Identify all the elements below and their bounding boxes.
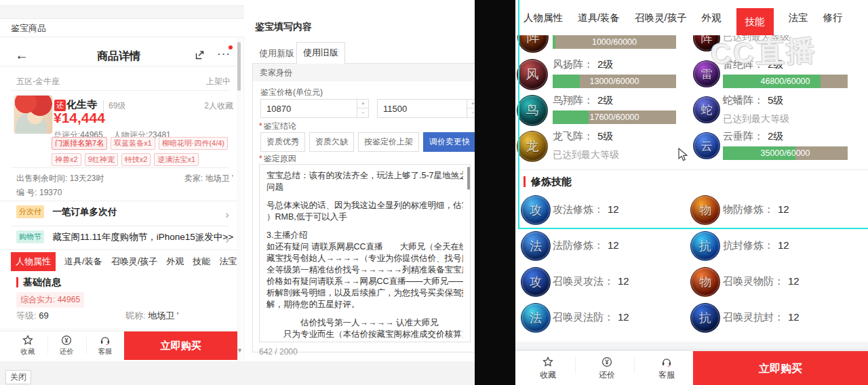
spinner-up-icon[interactable]: + xyxy=(357,100,369,108)
price-high-input[interactable]: 11500 + - xyxy=(377,99,475,118)
max-level-text: 已达到最大等级 xyxy=(553,149,619,161)
installment-tag: 分次付 xyxy=(16,205,44,218)
scrollbar-thumb[interactable] xyxy=(237,42,241,91)
skill-label: 雷绝阵：2级 xyxy=(723,58,783,71)
reason-textarea[interactable]: 宝宝总结：该有的攻法齐全，玩法上够了.5-7星地煞之类的，宝宝没啥问题号总体来说… xyxy=(259,164,471,342)
star-icon xyxy=(13,334,43,346)
right-tab-道具/装备[interactable]: 道具/装备 xyxy=(578,12,620,24)
divider xyxy=(47,338,48,354)
textarea-scrollbar-thumb[interactable] xyxy=(467,167,470,190)
action-还价[interactable]: 还价 xyxy=(52,334,81,357)
skill-level: 12 xyxy=(788,275,800,287)
action-还价[interactable]: 还价 xyxy=(589,356,625,381)
chevron-right-icon: › xyxy=(225,208,229,222)
conclusion-option-资质欠缺[interactable]: 资质欠缺 xyxy=(309,132,354,152)
reason-line: 析解剖账号明细，以及后续推广，为您找号买卖保驾护航)边直播边讲 xyxy=(267,287,463,299)
field-value: 地场卫 ' xyxy=(148,310,178,321)
divider xyxy=(0,201,237,201)
action-客服[interactable]: 客服 xyxy=(90,334,120,357)
footer-gap xyxy=(515,342,868,350)
reason-line: ）RMB,低于可以入手 xyxy=(267,211,463,223)
skill-name: 龙飞阵： xyxy=(553,130,593,142)
right-tab-修行[interactable]: 修行 xyxy=(823,12,843,24)
chevron-right-icon: › xyxy=(225,233,229,247)
reason-line: 3.主播介绍 xyxy=(267,230,463,241)
right-tab-外观[interactable]: 外观 xyxy=(702,12,722,24)
skill-name: 召唤灵法防： xyxy=(553,311,614,323)
spinner-down-icon[interactable]: - xyxy=(467,108,475,117)
skill-level: 12 xyxy=(788,311,800,323)
conclusion-option-调价卖更快[interactable]: 调价卖更快 xyxy=(423,132,475,152)
close-button[interactable]: 关闭 xyxy=(5,370,31,384)
right-window: 阵1000/60000阵已达到最大等级风风扬阵：2级13000/60000雷雷绝… xyxy=(515,0,868,385)
reason-line: 号总体来说的话、因为我这边全显列的标准明细，估算价值（10870 xyxy=(267,200,463,211)
left-tab-人物属性[interactable]: 人物属性 xyxy=(11,252,56,271)
right-tab-技能[interactable]: 技能 xyxy=(736,8,774,35)
left-badges: 门派排名第7名双蓝装备x1柳暗花明·四件(4/4)神兽x29红神宠特技x2逆满法… xyxy=(52,137,236,169)
reason-line: 估价找号第一人→→→→ 认准大师兄 xyxy=(267,317,463,329)
char-counter: 642 / 2000 xyxy=(259,347,298,357)
skill-label: 攻法修炼：12 xyxy=(553,203,619,216)
skill-name: 法防修炼： xyxy=(553,239,604,251)
spinner: + - xyxy=(357,100,368,117)
spinner-down-icon[interactable]: - xyxy=(357,108,369,117)
skill-icon: 抗 xyxy=(690,231,720,261)
reason-line: 问题 xyxy=(267,182,463,193)
left-tab-道具/装备[interactable]: 道具/装备 xyxy=(64,256,102,268)
left-tab-召唤灵/孩子[interactable]: 召唤灵/孩子 xyxy=(111,256,158,268)
right-tab-人物属性[interactable]: 人物属性 xyxy=(524,12,563,24)
skill-icon: 法 xyxy=(521,303,551,333)
skill-glyph: 攻 xyxy=(521,196,550,224)
spinner-up-icon[interactable]: + xyxy=(467,100,475,108)
more-icon[interactable]: ··· xyxy=(217,47,231,61)
skill-glyph: 云 xyxy=(694,133,719,159)
reason-line: 宝宝总结：该有的攻法齐全，玩法上够了.5-7星地煞之类的，宝宝没啥 xyxy=(267,170,463,182)
right-tab-召唤灵/孩子[interactable]: 召唤灵/孩子 xyxy=(635,12,687,24)
tab-use-new-version[interactable]: 使用新版 xyxy=(259,47,294,60)
share-icon[interactable] xyxy=(194,49,205,64)
festival-text: 藏宝阁11.11年度购物节，iPhone15派发中>> xyxy=(52,232,233,242)
skill-level: 12 xyxy=(778,239,789,251)
skill-progress-bar: 1000/60000 xyxy=(553,35,676,49)
action-收藏[interactable]: 收藏 xyxy=(530,356,566,381)
skill-label: 风扬阵：2级 xyxy=(553,58,613,71)
conclusion-option-按鉴定价上架[interactable]: 按鉴定价上架 xyxy=(358,132,419,152)
reason-line xyxy=(267,223,463,230)
basic-info-field: 等级: 69 xyxy=(16,310,125,322)
scrollbar-down-arrow[interactable]: ▼ xyxy=(237,347,243,354)
conclusion-option-资质优秀[interactable]: 资质优秀 xyxy=(260,132,305,152)
skill-level: 2级 xyxy=(597,58,613,70)
skill-label: 物防修炼：12 xyxy=(723,203,789,216)
seller: 卖家: 地场卫 ' xyxy=(0,173,233,184)
action-收藏[interactable]: 收藏 xyxy=(13,334,43,357)
skill-label: 召唤灵法防：12 xyxy=(553,311,629,324)
left-tab-法宝[interactable]: 法宝 xyxy=(219,256,237,268)
right-tab-法宝[interactable]: 法宝 xyxy=(789,12,808,24)
skill-name: 召唤灵物防： xyxy=(723,275,784,287)
skill-level: 2级 xyxy=(768,58,783,70)
skill-glyph: 法 xyxy=(521,304,550,332)
yen-icon xyxy=(589,356,625,368)
reason-line: 只为专业而生（本估价按藏宝阁标准成交价核算） xyxy=(267,329,463,340)
buy-now-button[interactable]: 立即购买 xyxy=(124,331,237,360)
skill-icon: 龙 xyxy=(517,131,548,162)
action-客服[interactable]: 客服 xyxy=(649,356,684,381)
skill-level: 5级 xyxy=(597,130,613,142)
tab-use-old-version[interactable]: 使用旧版 xyxy=(296,42,345,64)
skill-label: 召唤灵抗封：12 xyxy=(723,311,800,324)
price: ¥14,444 xyxy=(54,110,105,126)
skill-level: 2级 xyxy=(597,94,613,106)
skill-icon: 抗 xyxy=(690,303,720,333)
badge-pill: 特技x2 xyxy=(121,153,151,166)
skill-level: 12 xyxy=(618,311,629,323)
field-value: 69 xyxy=(39,310,48,321)
skill-name: 雷绝阵： xyxy=(723,58,764,70)
left-tab-外观[interactable]: 外观 xyxy=(166,256,184,268)
right-action-bar: 收藏还价客服立即购买 xyxy=(515,350,868,385)
left-tab-技能[interactable]: 技能 xyxy=(193,256,210,268)
power-pill: 综合实力: 44965 xyxy=(16,292,84,308)
price-low-input[interactable]: 10870 + - xyxy=(260,99,369,118)
buy-now-button[interactable]: 立即购买 xyxy=(693,351,868,385)
price-low-value: 10870 xyxy=(267,104,291,114)
installment-row[interactable]: 分次付 一笔订单多次付 › xyxy=(0,205,237,227)
